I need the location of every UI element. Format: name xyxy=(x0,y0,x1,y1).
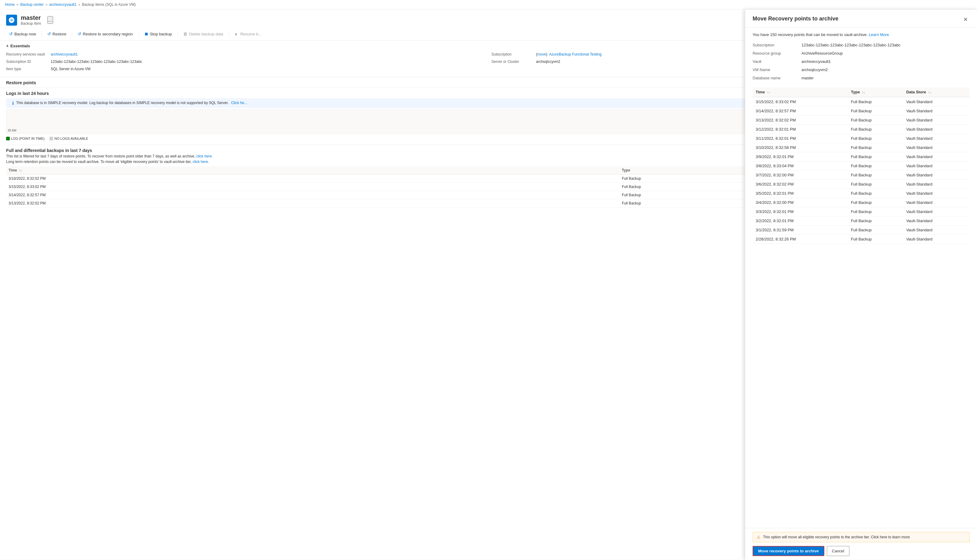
subscription-move-link[interactable]: move xyxy=(537,52,546,57)
restore-secondary-button[interactable]: ↺ Restore to secondary region xyxy=(75,30,135,38)
delete-backup-button[interactable]: 🗑 Delete backup data xyxy=(180,30,226,38)
panel-ds-cell: Vault-Standard xyxy=(903,189,970,198)
panel-table-row[interactable]: 3/4/2022, 8:32:00 PM Full Backup Vault-S… xyxy=(753,198,970,207)
click-here-2[interactable]: click here. xyxy=(193,160,209,164)
panel-table-row[interactable]: 3/15/2022, 8:33:02 PM Full Backup Vault-… xyxy=(753,97,970,107)
panel-time-sort-icon: ↑↓ xyxy=(767,91,770,94)
restore-secondary-label: Restore to secondary region xyxy=(83,32,132,36)
click-here-1[interactable]: click here. xyxy=(196,154,213,158)
restore-secondary-icon: ↺ xyxy=(78,32,81,36)
panel-table-row[interactable]: 3/11/2022, 8:32:01 PM Full Backup Vault-… xyxy=(753,134,970,143)
essentials-chevron: ∧ xyxy=(6,44,8,48)
stop-backup-icon: ⏹ xyxy=(144,32,149,36)
panel-table-row[interactable]: 3/7/2022, 8:32:00 PM Full Backup Vault-S… xyxy=(753,171,970,180)
warning-bar: ⚠ This option will move all eligible rec… xyxy=(753,532,970,542)
panel-ds-cell: Vault-Standard xyxy=(903,207,970,217)
panel-close-button[interactable]: ✕ xyxy=(962,15,970,23)
panel-time-cell: 3/4/2022, 8:32:00 PM xyxy=(753,198,848,207)
stop-backup-button[interactable]: ⏹ Stop backup xyxy=(141,30,175,38)
vault-link[interactable]: archiveccyvault1 xyxy=(51,52,78,57)
restore-button[interactable]: ↺ Restore xyxy=(44,30,70,38)
panel-table-row[interactable]: 3/13/2022, 8:32:02 PM Full Backup Vault-… xyxy=(753,116,970,125)
backup-item-icon xyxy=(6,15,17,26)
restore-icon: ↺ xyxy=(47,32,51,36)
meta-grid: Subscription 123abc-123abc-123abc-123abc… xyxy=(753,42,970,81)
legend-log-point: LOG (POINT IN TIME) xyxy=(6,137,45,140)
legend-log-label: LOG (POINT IN TIME) xyxy=(11,137,45,140)
time-sort-icon: ↑↓ xyxy=(19,169,22,172)
stop-backup-label: Stop backup xyxy=(150,32,172,36)
panel-time-cell: 3/6/2022, 8:32:02 PM xyxy=(753,180,848,189)
toolbar-separator-5 xyxy=(229,30,229,37)
panel-table-row[interactable]: 3/10/2022, 8:32:58 PM Full Backup Vault-… xyxy=(753,143,970,152)
resume-backup-button[interactable]: ⏵ Resume b... xyxy=(231,30,265,38)
panel-table-row[interactable]: 3/14/2022, 8:32:57 PM Full Backup Vault-… xyxy=(753,107,970,116)
panel-time-cell: 3/2/2022, 8:32:01 PM xyxy=(753,217,848,225)
breadcrumb-home[interactable]: Home xyxy=(5,2,15,7)
panel-body: You have 150 recovery points that can be… xyxy=(745,27,977,528)
panel-ds-cell: Vault-Standard xyxy=(903,171,970,180)
panel-learn-more[interactable]: Learn More xyxy=(868,32,889,37)
panel-time-cell: 3/15/2022, 8:33:02 PM xyxy=(753,97,848,107)
panel-type-cell: Full Backup xyxy=(848,116,903,125)
panel-time-cell: 3/10/2022, 8:32:58 PM xyxy=(753,143,848,152)
col-time[interactable]: Time ↑↓ xyxy=(6,166,620,175)
subscription-link[interactable]: AzureBackup Functional Testing xyxy=(549,52,601,57)
panel-type-sort-icon: ↑↓ xyxy=(862,91,865,94)
panel-time-cell: 3/12/2022, 8:32:01 PM xyxy=(753,125,848,134)
panel-table-row[interactable]: 3/12/2022, 8:32:01 PM Full Backup Vault-… xyxy=(753,125,970,134)
cancel-button[interactable]: Cancel xyxy=(827,546,849,556)
page-title: master xyxy=(21,14,41,22)
resume-backup-label: Resume b... xyxy=(240,32,262,36)
panel-type-cell: Full Backup xyxy=(848,189,903,198)
footer-buttons: Move recovery points to archive Cancel xyxy=(753,546,970,556)
panel-ds-cell: Vault-Standard xyxy=(903,225,970,235)
toolbar-separator xyxy=(42,30,42,37)
backup-time-cell: 3/13/2022, 8:32:02 PM xyxy=(6,199,620,208)
backup-now-button[interactable]: ↺ Backup now xyxy=(6,30,39,38)
breadcrumb: Home > Backup center > archiveccyvault1 … xyxy=(0,0,977,10)
panel-table-row[interactable]: 3/5/2022, 8:32:01 PM Full Backup Vault-S… xyxy=(753,189,970,198)
essentials-title: Essentials xyxy=(10,43,30,48)
panel-table-row[interactable]: 3/1/2022, 8:31:59 PM Full Backup Vault-S… xyxy=(753,225,970,235)
panel-table-row[interactable]: 3/6/2022, 8:32:02 PM Full Backup Vault-S… xyxy=(753,180,970,189)
backup-now-label: Backup now xyxy=(14,32,36,36)
panel-col-datastore[interactable]: Data Store ↑↓ xyxy=(903,87,970,97)
panel-recovery-table: Time ↑↓ Type ↑↓ Data Store ↑↓ xyxy=(753,87,970,244)
ess-label-item-type: Item type xyxy=(6,67,49,71)
breadcrumb-vault[interactable]: archiveccyvault1 xyxy=(50,2,77,7)
panel-ds-cell: Vault-Standard xyxy=(903,162,970,171)
panel-type-cell: Full Backup xyxy=(848,225,903,235)
panel-title: Move Recovery points to archive xyxy=(753,15,838,22)
panel-col-type[interactable]: Type ↑↓ xyxy=(848,87,903,97)
panel-time-cell: 3/13/2022, 8:32:02 PM xyxy=(753,116,848,125)
more-button[interactable]: ... xyxy=(47,16,53,24)
meta-label-dbname: Database name xyxy=(753,75,802,81)
panel-time-cell: 3/5/2022, 8:32:01 PM xyxy=(753,189,848,198)
ess-label-server: Server or Cluster xyxy=(491,60,534,64)
panel-time-cell: 2/28/2022, 8:32:26 PM xyxy=(753,235,848,244)
move-recovery-button[interactable]: Move recovery points to archive xyxy=(753,546,824,556)
legend-gray-dot xyxy=(50,137,53,140)
panel-time-cell: 3/3/2022, 8:32:01 PM xyxy=(753,207,848,217)
panel-ds-cell: Vault-Standard xyxy=(903,217,970,225)
move-recovery-panel: Move Recovery points to archive ✕ You ha… xyxy=(745,10,977,560)
panel-header: Move Recovery points to archive ✕ xyxy=(745,10,977,27)
panel-type-cell: Full Backup xyxy=(848,217,903,225)
panel-table-row[interactable]: 3/3/2022, 8:32:01 PM Full Backup Vault-S… xyxy=(753,207,970,217)
ess-value-server: archsqlccyvm2 xyxy=(536,60,560,64)
restore-label: Restore xyxy=(52,32,67,36)
panel-ds-cell: Vault-Standard xyxy=(903,134,970,143)
panel-table-row[interactable]: 2/28/2022, 8:32:26 PM Full Backup Vault-… xyxy=(753,235,970,244)
panel-col-time[interactable]: Time ↑↓ xyxy=(753,87,848,97)
panel-time-cell: 3/7/2022, 8:32:00 PM xyxy=(753,171,848,180)
page-subtitle: Backup Item xyxy=(21,22,41,26)
panel-table-row[interactable]: 3/2/2022, 8:32:01 PM Full Backup Vault-S… xyxy=(753,217,970,225)
panel-type-cell: Full Backup xyxy=(848,171,903,180)
panel-table-row[interactable]: 3/8/2022, 8:33:04 PM Full Backup Vault-S… xyxy=(753,162,970,171)
panel-type-cell: Full Backup xyxy=(848,97,903,107)
panel-table-row[interactable]: 3/9/2022, 8:32:01 PM Full Backup Vault-S… xyxy=(753,152,970,162)
panel-ds-sort-icon: ↑↓ xyxy=(928,91,931,94)
info-click-here[interactable]: Click he... xyxy=(231,101,247,105)
breadcrumb-backup-center[interactable]: Backup center xyxy=(20,2,43,7)
